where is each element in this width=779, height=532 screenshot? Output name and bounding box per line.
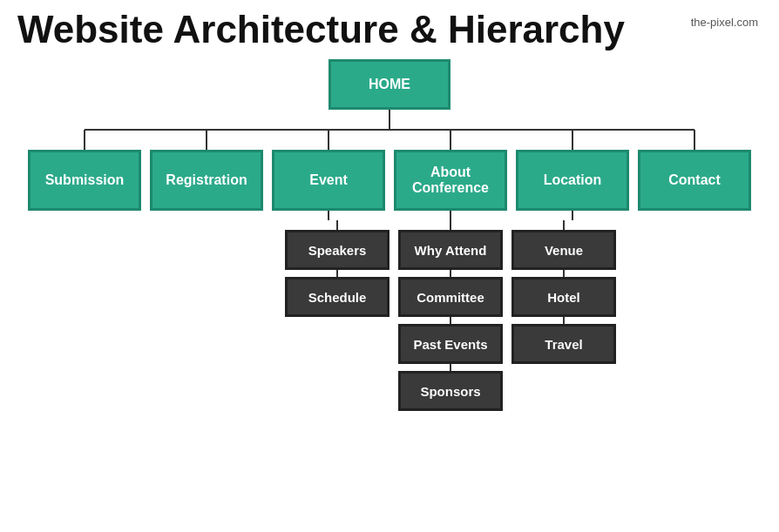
node-schedule: Schedule [285, 277, 390, 317]
col-location: Venue Hotel Travel [511, 230, 616, 411]
node-location: Location [516, 150, 629, 211]
node-venue: Venue [511, 230, 616, 270]
node-about: AboutConference [394, 150, 507, 211]
node-past-events: Past Events [398, 324, 503, 364]
node-speakers: Speakers [285, 230, 390, 270]
page: Website Architecture & Hierarchy the-pix… [0, 0, 779, 532]
node-hotel: Hotel [511, 277, 616, 317]
node-committee: Committee [398, 277, 503, 317]
page-title: Website Architecture & Hierarchy [17, 9, 762, 51]
col-event: Speakers Schedule [285, 230, 390, 411]
node-sponsors: Sponsors [398, 371, 503, 411]
col-about: Why Attend Committee Past Events Sponsor… [398, 230, 503, 411]
site-tree: HOME Submission Registration Event About… [17, 59, 762, 411]
node-home: HOME [329, 59, 450, 110]
node-travel: Travel [511, 324, 616, 364]
node-registration: Registration [150, 150, 263, 211]
node-event: Event [272, 150, 385, 211]
node-why-attend: Why Attend [398, 230, 503, 270]
spacer-contact [625, 230, 738, 411]
spacer-submission [41, 230, 154, 411]
brand-label: the-pixel.com [691, 16, 758, 29]
spacer-registration [163, 230, 276, 411]
node-submission: Submission [28, 150, 141, 211]
node-contact: Contact [638, 150, 751, 211]
